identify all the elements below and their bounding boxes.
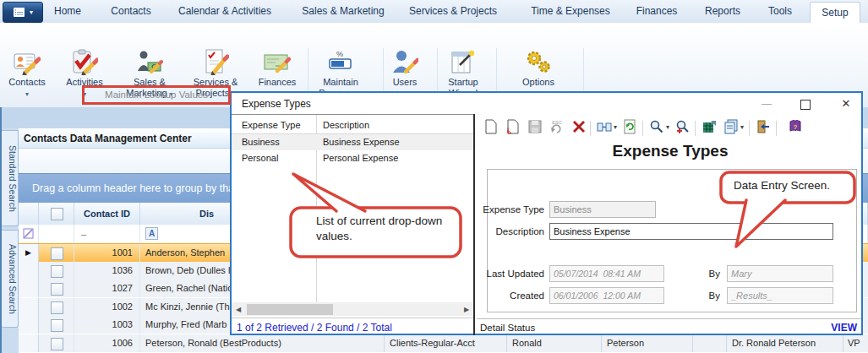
exit-icon[interactable] — [756, 119, 771, 134]
row-checkbox-cell[interactable] — [39, 244, 74, 262]
filter-contact-id-cell[interactable]: – — [74, 225, 140, 243]
toolbar-divider — [749, 121, 750, 136]
select-all-checkbox[interactable] — [51, 208, 63, 220]
row-checkbox-cell[interactable] — [39, 334, 74, 352]
row-checkbox-cell[interactable] — [39, 316, 74, 334]
list-row-personal[interactable]: Personal Personal Expense — [232, 150, 473, 166]
ribbon-button-users[interactable]: Users — [381, 48, 429, 88]
row-checkbox[interactable] — [51, 319, 63, 332]
new-record-icon[interactable] — [483, 119, 499, 134]
scroll-left-arrow[interactable]: ◀ — [233, 303, 243, 316]
save-icon — [527, 119, 543, 134]
row-header-cell — [19, 334, 39, 352]
row-checkbox[interactable] — [51, 301, 63, 314]
list-column-description[interactable]: Description — [323, 120, 369, 130]
delete-icon[interactable] — [571, 119, 587, 134]
svg-text:ESC: ESC — [552, 120, 561, 125]
app-menu-button[interactable]: ▾ — [3, 2, 43, 23]
chevron-down-icon: ▾ — [25, 90, 29, 98]
filter-clear-cell[interactable] — [19, 225, 39, 243]
menu-item-tools[interactable]: Tools — [758, 0, 802, 22]
display-name-cell: Murphy, Fred (Marb — [140, 316, 227, 334]
row-header-cell — [19, 316, 39, 334]
chevron-down-icon[interactable]: ▾ — [740, 123, 744, 131]
row-checkbox[interactable] — [51, 247, 63, 260]
list-record-count-status: 1 of 2 Retrieved / 2 Found / 2 Total — [237, 322, 392, 334]
menu-item-finances[interactable]: Finances — [627, 0, 686, 22]
created-by-field — [727, 287, 833, 304]
row-checkbox[interactable] — [51, 283, 63, 296]
scroll-right-arrow[interactable]: ▶ — [461, 303, 472, 316]
row-header-cell — [19, 262, 39, 280]
title-cell: VP B — [843, 334, 868, 352]
display-name-cell: Green, Rachel (Natio — [140, 280, 232, 297]
star-icon — [469, 51, 474, 56]
ribbon-group-label: Maintain Lookup Values — [85, 88, 228, 102]
maximize-icon — [800, 100, 811, 110]
help-book-icon[interactable]: ? — [788, 119, 803, 134]
startup-wizard-icon — [450, 48, 477, 75]
lookup-window-icon[interactable] — [597, 119, 612, 134]
close-button[interactable]: ✕ — [833, 96, 859, 111]
finances-icon — [264, 48, 291, 75]
sidebar-tab-standard-search[interactable]: Standard Search — [2, 130, 19, 226]
row-checkbox[interactable] — [51, 265, 63, 278]
pencil-icon — [406, 60, 418, 72]
chevron-down-icon[interactable]: ▾ — [666, 123, 669, 131]
menu-item-sales-marketing[interactable]: Sales & Marketing — [292, 0, 395, 22]
full-name-cell: Dr. Ronald Peterson — [727, 334, 843, 352]
list-column-expense-type[interactable]: Expense Type — [242, 120, 301, 130]
menu-item-time-expenses[interactable]: Time & Expenses — [517, 0, 624, 22]
maximize-button[interactable] — [793, 96, 818, 111]
column-header-contact-id[interactable]: Contact ID — [74, 203, 140, 225]
refresh-icon[interactable] — [622, 119, 637, 134]
select-all-header[interactable] — [39, 203, 74, 225]
sidebar-tab-advanced-search[interactable]: Advanced Search — [2, 230, 19, 328]
row-checkbox-cell[interactable] — [39, 280, 74, 297]
list-top-border — [232, 114, 473, 115]
created-field — [549, 287, 664, 304]
row-indicator-header — [19, 203, 39, 225]
toolbar-divider — [642, 121, 643, 136]
copy-record-icon[interactable] — [505, 119, 521, 134]
filter-checkbox-cell[interactable] — [39, 225, 74, 243]
export-grid-icon[interactable] — [701, 119, 717, 134]
toolbar-divider — [590, 121, 591, 136]
minimize-button[interactable]: — — [754, 96, 779, 111]
first-name-cell: Ronald — [507, 334, 602, 352]
contact-id-cell: 1002 — [74, 298, 140, 316]
contact-id-cell: 1003 — [74, 316, 140, 334]
chevron-down-icon: ▾ — [30, 8, 33, 16]
display-name-cell: Mc Kinzi, Jennie (The — [140, 298, 235, 316]
search-add-icon[interactable] — [674, 119, 690, 134]
menu-item-setup[interactable]: Setup — [810, 2, 860, 24]
toolbar-divider — [776, 121, 777, 136]
chevron-down-icon[interactable]: ▾ — [614, 123, 617, 131]
row-checkbox-cell[interactable] — [39, 298, 74, 316]
table-row[interactable]: 1006 Peterson, Ronald (BestProducts) Cli… — [19, 334, 868, 353]
contact-id-cell: 1001 — [74, 244, 140, 262]
menu-item-calendar-activities[interactable]: Calendar & Activities — [166, 0, 284, 22]
horizontal-scrollbar[interactable]: ◀ ▶ — [232, 302, 473, 316]
last-updated-by-label: By — [705, 269, 720, 279]
view-link[interactable]: VIEW — [798, 322, 857, 334]
contact-id-cell: 1006 — [74, 334, 140, 352]
scrollbar-thumb[interactable] — [247, 304, 333, 315]
pane-splitter[interactable] — [473, 114, 475, 335]
print-copies-icon[interactable] — [723, 119, 739, 134]
svg-text:%: % — [336, 50, 343, 58]
sales-marketing-icon — [136, 48, 163, 75]
menu-item-contacts[interactable]: Contacts — [98, 0, 164, 22]
detail-heading: Expense Types — [478, 142, 863, 160]
row-checkbox-cell[interactable] — [39, 262, 74, 280]
ribbon-button-options[interactable]: Options — [510, 48, 566, 88]
display-name-cell: Peterson, Ronald (BestProducts) — [140, 334, 385, 352]
menu-item-reports[interactable]: Reports — [695, 0, 751, 22]
search-icon[interactable] — [649, 119, 664, 134]
menu-item-home[interactable]: Home — [44, 0, 91, 22]
ribbon-button-contacts[interactable]: Contacts ▾ — [3, 48, 52, 100]
undo-esc-icon: ESC — [549, 119, 565, 134]
row-checkbox[interactable] — [51, 338, 63, 350]
menu-item-services-projects[interactable]: Services & Projects — [397, 0, 509, 22]
list-row-business[interactable]: Business Business Expense — [232, 134, 473, 150]
